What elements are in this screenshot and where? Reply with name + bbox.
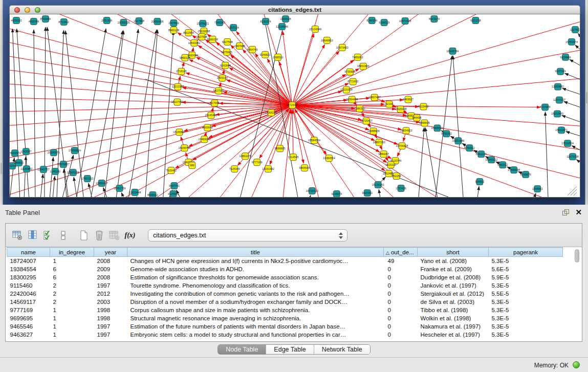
graph-node[interactable]: 9777169 bbox=[252, 159, 263, 166]
graph-node[interactable]: 16646910 bbox=[321, 37, 333, 43]
graph-node[interactable]: 15046798 bbox=[178, 145, 190, 151]
graph-node[interactable]: 10973493 bbox=[336, 44, 349, 51]
graph-node[interactable]: 62160 bbox=[385, 101, 393, 107]
graph-node[interactable]: 9227349 bbox=[555, 68, 566, 75]
minimize-window-icon[interactable] bbox=[25, 7, 30, 13]
tab-node-table[interactable]: Node Table bbox=[218, 345, 266, 354]
column-header-out_de[interactable]: △out_de... bbox=[384, 248, 418, 257]
graph-node[interactable]: 12218586 bbox=[276, 23, 288, 30]
graph-node[interactable]: 10220338 bbox=[340, 86, 353, 93]
graph-node[interactable]: 584494 bbox=[412, 115, 422, 121]
graph-node[interactable]: 10055326 bbox=[118, 19, 130, 26]
graph-node[interactable]: 16782759 bbox=[114, 185, 126, 192]
graph-node[interactable]: 9242848 bbox=[220, 62, 231, 69]
graph-node[interactable]: 9699695 bbox=[275, 145, 286, 152]
graph-node[interactable]: 1145190 bbox=[50, 168, 61, 175]
graph-node[interactable]: 7625402 bbox=[166, 167, 177, 174]
graph-node[interactable]: 8166396 bbox=[366, 17, 377, 24]
column-header-name[interactable]: name bbox=[7, 248, 50, 257]
graph-node[interactable]: 9463112 bbox=[497, 162, 508, 168]
scrollbar-thumb[interactable] bbox=[575, 249, 579, 262]
graph-node[interactable]: 8215955 bbox=[540, 104, 551, 111]
graph-node[interactable]: 1663628 bbox=[280, 15, 291, 22]
network-canvas[interactable]: 1872400718300295896012889129542522605898… bbox=[9, 14, 580, 198]
graph-node[interactable]: 252254 bbox=[392, 173, 401, 180]
table-row[interactable]: 969969511998Structural magnetic resonanc… bbox=[7, 314, 563, 322]
table-scrollbar[interactable] bbox=[575, 249, 579, 339]
graph-node[interactable]: 1514545 bbox=[288, 154, 299, 161]
clear-selection-icon[interactable] bbox=[57, 229, 70, 242]
graph-node[interactable]: 7857224 bbox=[228, 24, 239, 31]
graph-node[interactable]: 19384554 bbox=[323, 155, 335, 162]
graph-node[interactable]: 11675338 bbox=[567, 154, 579, 160]
graph-node[interactable]: 10025438 bbox=[395, 106, 407, 113]
graph-node[interactable]: 8941224 bbox=[476, 151, 487, 158]
graph-node[interactable]: 18807293 bbox=[373, 139, 385, 146]
table-row[interactable]: 1830029562008Estimation of significance … bbox=[7, 273, 563, 281]
select-all-icon[interactable] bbox=[41, 229, 55, 242]
table-row[interactable]: 1938455462009Genome-wide association stu… bbox=[7, 265, 563, 273]
graph-node[interactable]: 20691406 bbox=[151, 18, 164, 25]
graph-node[interactable]: 93975887 bbox=[57, 161, 70, 168]
graph-node[interactable]: 8945512 bbox=[147, 192, 158, 197]
graph-node[interactable]: 16718320 bbox=[306, 188, 318, 194]
graph-node[interactable]: 9899695 bbox=[419, 120, 430, 126]
left-panel-divider[interactable] bbox=[0, 0, 3, 205]
column-header-short[interactable]: short bbox=[418, 248, 489, 257]
graph-node[interactable]: 10573428 bbox=[399, 17, 411, 24]
graph-node[interactable]: 15720407 bbox=[360, 118, 373, 124]
graph-node[interactable]: 924502 bbox=[475, 179, 484, 185]
graph-node[interactable]: 8130374 bbox=[260, 18, 271, 25]
graph-node[interactable]: 9115460 bbox=[418, 103, 429, 110]
graph-node[interactable]: 9136674 bbox=[331, 191, 342, 197]
float-panel-icon[interactable] bbox=[562, 209, 570, 216]
graph-node[interactable]: 9426551 bbox=[362, 190, 373, 196]
close-window-icon[interactable] bbox=[14, 7, 20, 13]
graph-node[interactable]: 8713442 bbox=[58, 18, 69, 25]
graph-node[interactable]: 7125349 bbox=[229, 166, 240, 172]
graph-node[interactable]: 12093882 bbox=[552, 83, 564, 90]
graph-node[interactable]: 15145451 bbox=[205, 112, 217, 119]
new-file-icon[interactable] bbox=[77, 229, 91, 242]
manage-columns-icon[interactable] bbox=[26, 229, 39, 242]
graph-node[interactable]: 8813074 bbox=[429, 15, 440, 22]
graph-node[interactable]: 9146821 bbox=[260, 51, 271, 58]
graph-node[interactable]: 9329966 bbox=[560, 54, 571, 60]
graph-node[interactable]: 17435098 bbox=[508, 167, 520, 173]
graph-node[interactable]: 1568520 bbox=[273, 54, 284, 60]
table-row[interactable]: 946554611997Estimation of the future num… bbox=[7, 322, 563, 331]
graph-node[interactable]: 17151992 bbox=[262, 166, 274, 172]
table-row[interactable]: 946362711997Embryonic stem cells: a mode… bbox=[7, 331, 563, 339]
graph-node[interactable]: 10807487 bbox=[368, 94, 381, 101]
graph-node[interactable]: 9735903 bbox=[344, 69, 355, 75]
delete-table-icon[interactable] bbox=[108, 229, 121, 242]
graph-node[interactable]: 1527602 bbox=[168, 19, 179, 26]
table-row[interactable]: 911546021997Tourette syndrome. Phenomeno… bbox=[7, 281, 563, 290]
graph-node[interactable]: 8960128 bbox=[168, 27, 179, 33]
tab-network-table[interactable]: Network Table bbox=[314, 345, 370, 354]
column-header-title[interactable]: title bbox=[127, 248, 384, 257]
table-settings-icon[interactable] bbox=[11, 229, 24, 242]
graph-node[interactable]: 12444137 bbox=[553, 97, 565, 103]
graph-node[interactable]: 850810 bbox=[14, 160, 24, 166]
graph-node[interactable]: 11156852 bbox=[20, 166, 32, 172]
graph-node[interactable]: 16210643 bbox=[551, 111, 563, 117]
graph-node[interactable]: 9245876 bbox=[520, 171, 531, 178]
graph-node[interactable]: 2718126 bbox=[176, 68, 187, 75]
zoom-window-icon[interactable] bbox=[35, 7, 40, 13]
graph-node[interactable]: 2367608 bbox=[234, 42, 245, 49]
column-header-year[interactable]: year bbox=[94, 248, 127, 257]
graph-node[interactable]: 15124549 bbox=[309, 26, 321, 32]
graph-node[interactable]: 1733426 bbox=[396, 185, 406, 192]
graph-node[interactable]: 19756928 bbox=[396, 143, 408, 149]
table-select-dropdown[interactable]: citations_edges.txt bbox=[148, 229, 347, 242]
column-header-pagerank[interactable]: pagerank bbox=[489, 248, 563, 257]
graph-node[interactable]: 4955786 bbox=[28, 18, 39, 25]
table-row[interactable]: 1456911722003Disruption of a novel membe… bbox=[7, 298, 563, 306]
graph-node[interactable]: 16648784 bbox=[446, 48, 459, 54]
graph-node[interactable]: 1694653 bbox=[532, 186, 543, 192]
column-header-in_degree[interactable]: in_degree bbox=[50, 248, 94, 257]
graph-node[interactable]: 7340160 bbox=[214, 19, 225, 26]
graph-node[interactable]: 15751074 bbox=[565, 38, 578, 45]
function-builder-icon[interactable]: f(x) bbox=[123, 229, 137, 242]
